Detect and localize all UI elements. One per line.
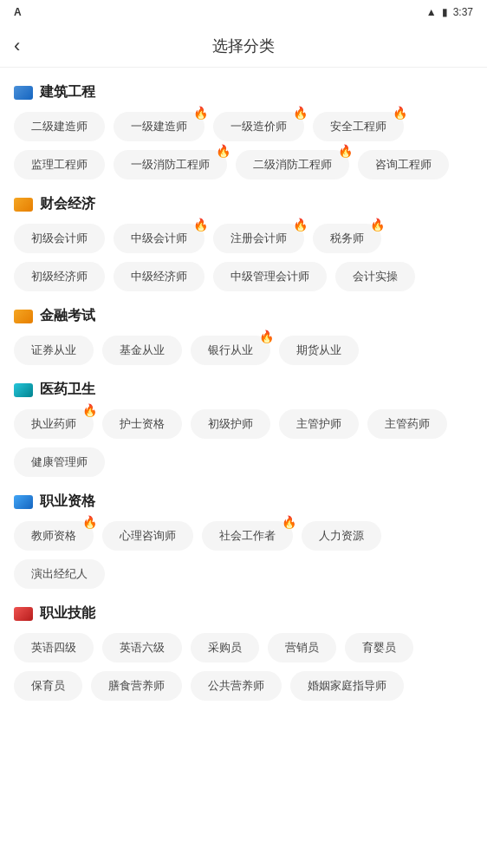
tag-英语六级[interactable]: 英语六级 [102,633,182,662]
section-finance: 财会经济初级会计师中级会计师🔥注册会计师🔥税务师🔥初级经济师中级经济师中级管理会… [14,195,473,291]
tag-中级经济师[interactable]: 中级经济师 [114,262,205,291]
tag-二级建造师[interactable]: 二级建造师 [14,112,105,141]
hot-badge: 🔥 [393,107,407,119]
section-title-career: 职业资格 [40,493,95,511]
section-title-finance: 财会经济 [40,195,95,213]
tag-注册会计师[interactable]: 注册会计师🔥 [213,224,304,253]
section-title-financial-exam: 金融考试 [40,307,95,325]
tags-grid-finance: 初级会计师中级会计师🔥注册会计师🔥税务师🔥初级经济师中级经济师中级管理会计师会计… [14,224,473,291]
tag-安全工程师[interactable]: 安全工程师🔥 [313,112,404,141]
tags-grid-financial-exam: 证券从业基金从业银行从业🔥期货从业 [14,336,473,365]
hot-badge: 🔥 [338,145,353,157]
hot-badge: 🔥 [293,107,308,119]
hot-badge: 🔥 [259,330,274,343]
tag-演出经纪人[interactable]: 演出经纪人 [14,559,105,589]
section-header-medical: 医药卫生 [14,381,473,399]
hot-badge: 🔥 [282,516,296,528]
tag-会计实操[interactable]: 会计实操 [335,262,415,291]
status-bar: A ▲ ▮ 3:37 [0,0,487,24]
section-icon-finance [14,198,33,212]
tag-人力资源[interactable]: 人力资源 [302,521,381,551]
tag-育婴员[interactable]: 育婴员 [345,633,413,662]
tag-执业药师[interactable]: 执业药师🔥 [14,409,94,439]
section-icon-medical [14,383,33,397]
tag-中级管理会计师[interactable]: 中级管理会计师 [213,262,327,291]
tag-公共营养师[interactable]: 公共营养师 [191,671,282,701]
hot-badge: 🔥 [193,219,208,231]
tag-英语四级[interactable]: 英语四级 [14,633,94,662]
tag-中级会计师[interactable]: 中级会计师🔥 [114,224,205,253]
section-icon-skills [14,607,33,621]
time-display: 3:37 [453,6,473,18]
page-title: 选择分类 [212,36,275,56]
tags-grid-medical: 执业药师🔥护士资格初级护师主管护师主管药师健康管理师 [14,409,473,477]
tag-监理工程师[interactable]: 监理工程师 [14,150,105,179]
tag-营销员[interactable]: 营销员 [268,633,336,662]
section-construction: 建筑工程二级建造师一级建造师🔥一级造价师🔥安全工程师🔥监理工程师一级消防工程师🔥… [14,83,473,179]
section-title-construction: 建筑工程 [40,83,95,101]
tag-教师资格[interactable]: 教师资格🔥 [14,521,94,551]
section-skills: 职业技能英语四级英语六级采购员营销员育婴员保育员膳食营养师公共营养师婚姻家庭指导… [14,604,473,701]
battery-icon: ▮ [442,6,448,18]
hot-badge: 🔥 [370,219,385,231]
tag-采购员[interactable]: 采购员 [191,633,259,662]
tag-证券从业[interactable]: 证券从业 [14,336,94,365]
hot-badge: 🔥 [293,219,308,231]
section-icon-career [14,495,33,509]
hot-badge: 🔥 [82,404,97,416]
tag-一级建造师[interactable]: 一级建造师🔥 [114,112,205,141]
section-financial-exam: 金融考试证券从业基金从业银行从业🔥期货从业 [14,307,473,365]
tag-税务师[interactable]: 税务师🔥 [313,224,381,253]
tags-grid-career: 教师资格🔥心理咨询师社会工作者🔥人力资源演出经纪人 [14,521,473,589]
tag-婚姻家庭指导师[interactable]: 婚姻家庭指导师 [290,671,404,701]
tag-心理咨询师[interactable]: 心理咨询师 [102,521,193,551]
tag-社会工作者[interactable]: 社会工作者🔥 [202,521,293,551]
tag-基金从业[interactable]: 基金从业 [102,336,182,365]
tag-初级会计师[interactable]: 初级会计师 [14,224,105,253]
hot-badge: 🔥 [82,516,97,528]
tag-银行从业[interactable]: 银行从业🔥 [191,336,270,365]
tag-主管药师[interactable]: 主管药师 [367,409,447,439]
tag-保育员[interactable]: 保育员 [14,671,82,701]
section-header-finance: 财会经济 [14,195,473,213]
tag-膳食营养师[interactable]: 膳食营养师 [91,671,182,701]
tag-一级造价师[interactable]: 一级造价师🔥 [213,112,304,141]
hot-badge: 🔥 [193,107,208,119]
tag-二级消防工程师[interactable]: 二级消防工程师🔥 [236,150,349,179]
tag-期货从业[interactable]: 期货从业 [279,336,359,365]
wifi-icon: ▲ [426,6,437,18]
section-icon-financial-exam [14,310,33,323]
section-icon-construction [14,86,33,100]
section-title-skills: 职业技能 [40,604,95,623]
section-career: 职业资格教师资格🔥心理咨询师社会工作者🔥人力资源演出经纪人 [14,493,473,589]
tag-健康管理师[interactable]: 健康管理师 [14,447,105,477]
back-button[interactable]: ‹ [14,35,20,57]
section-header-financial-exam: 金融考试 [14,307,473,325]
tags-grid-skills: 英语四级英语六级采购员营销员育婴员保育员膳食营养师公共营养师婚姻家庭指导师 [14,633,473,701]
tag-一级消防工程师[interactable]: 一级消防工程师🔥 [114,150,227,179]
tags-grid-construction: 二级建造师一级建造师🔥一级造价师🔥安全工程师🔥监理工程师一级消防工程师🔥二级消防… [14,112,473,179]
status-left: A [14,6,22,18]
hot-badge: 🔥 [216,145,231,157]
tag-主管护师[interactable]: 主管护师 [279,409,359,439]
section-medical: 医药卫生执业药师🔥护士资格初级护师主管护师主管药师健康管理师 [14,381,473,477]
tag-咨询工程师[interactable]: 咨询工程师 [358,150,449,179]
tag-初级护师[interactable]: 初级护师 [191,409,270,439]
tag-护士资格[interactable]: 护士资格 [102,409,182,439]
section-header-skills: 职业技能 [14,604,473,623]
section-header-construction: 建筑工程 [14,83,473,101]
section-header-career: 职业资格 [14,493,473,511]
page-header: ‹ 选择分类 [0,24,487,68]
section-title-medical: 医药卫生 [40,381,95,399]
status-right: ▲ ▮ 3:37 [426,6,473,18]
tag-初级经济师[interactable]: 初级经济师 [14,262,105,291]
content-area: 建筑工程二级建造师一级建造师🔥一级造价师🔥安全工程师🔥监理工程师一级消防工程师🔥… [0,68,487,734]
